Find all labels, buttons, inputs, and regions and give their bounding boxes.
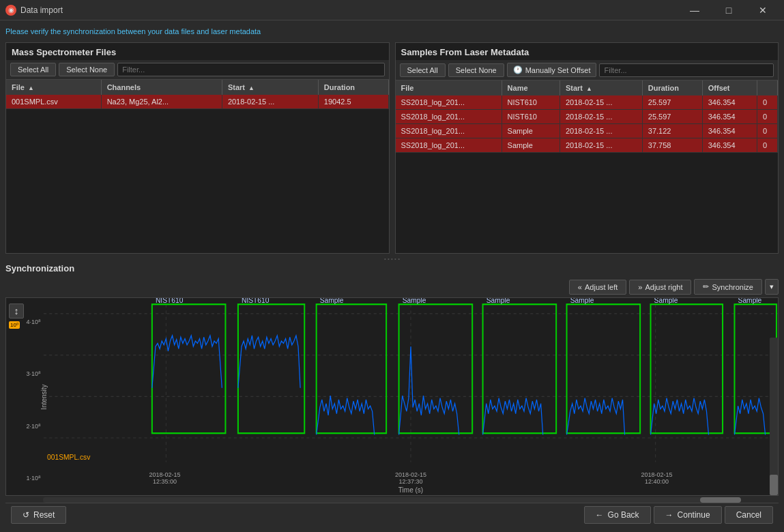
go-back-button[interactable]: ← Go Back [584,506,651,524]
cell-lm-val: 0 [757,124,778,138]
x-label-1: 2018-02-1512:35:00 [44,471,286,485]
laser-header-row: File Name Start ▲ Duration Offset [396,80,778,95]
col-lm-offset[interactable]: Offset [702,80,757,95]
cell-lm-offset: 346.354 [702,138,757,153]
continue-icon: → [665,510,673,520]
cell-lm-file: SS2018_log_201... [396,138,502,153]
sync-section: Synchronization « Adjust left » Adjust r… [5,261,779,503]
svg-text:Sample: Sample [403,298,426,304]
h-scrollbar-thumb[interactable] [700,497,741,503]
sync-icon: ✏ [703,282,709,291]
adjust-left-button[interactable]: « Adjust left [569,280,626,295]
go-back-label: Go Back [608,510,639,520]
app-body: Please verify the synchronization betwee… [0,20,784,532]
adjust-right-button[interactable]: » Adjust right [629,280,691,295]
sync-title: Synchronization [5,261,779,276]
svg-text:NIST610: NIST610 [156,298,183,304]
mass-spec-table-container: File ▲ Channels Start ▲ Duration 001SMPL… [6,80,389,253]
cell-lm-offset: 346.354 [702,124,757,138]
y-tick-2: 3·10⁸ [26,370,41,377]
scale-label: 10⁰ [9,321,20,329]
continue-label: Continue [678,510,710,520]
manually-set-offset-button[interactable]: 🕐 Manually Set Offset [507,63,597,77]
cell-lm-file: SS2018_log_201... [396,95,502,110]
col-lm-start[interactable]: Start ▲ [560,80,642,95]
continue-button[interactable]: → Continue [654,506,722,524]
sort-icon: ▲ [28,85,34,91]
cell-duration: 19042.5 [318,95,388,109]
svg-text:Sample: Sample [738,298,762,304]
info-text: Please verify the synchronization betwee… [5,27,261,35]
svg-rect-9 [238,304,304,433]
window-title: Data import [20,5,675,15]
clock-icon: 🕐 [513,65,523,74]
laser-select-none-button[interactable]: Select None [448,63,504,77]
mass-spec-select-all-button[interactable]: Select All [10,63,56,76]
col-lm-val[interactable] [757,80,778,95]
cell-lm-file: SS2018_log_201... [396,124,502,138]
bottom-left: ↺ Reset [11,506,66,524]
reset-label: Reset [33,510,55,520]
table-row[interactable]: SS2018_log_201... Sample 2018-02-15 ... … [396,124,778,138]
laser-metadata-table-container[interactable]: File Name Start ▲ Duration Offset SS2018… [396,80,779,253]
laser-metadata-toolbar: Select All Select None 🕐 Manually Set Of… [396,60,779,80]
table-row[interactable]: SS2018_log_201... NIST610 2018-02-15 ...… [396,110,778,124]
y-tick-3: 2·10⁸ [26,423,41,430]
v-scrollbar[interactable] [770,338,778,495]
col-channels[interactable]: Channels [101,80,222,95]
reset-icon: ↺ [23,510,29,520]
maximize-button[interactable]: □ [713,0,744,20]
close-button[interactable]: ✕ [747,0,779,20]
col-file[interactable]: File ▲ [6,80,101,95]
cell-lm-duration: 25.597 [642,95,702,110]
col-duration[interactable]: Duration [318,80,388,95]
reset-button[interactable]: ↺ Reset [11,506,66,524]
chart-area: ↕ 10⁰ 4·10⁸ 3·10⁸ 2·10⁸ 1·10⁸ Intensity [5,297,779,496]
cancel-label: Cancel [736,510,761,520]
manually-set-offset-label: Manually Set Offset [525,66,591,74]
sort-icon: ▲ [248,85,255,91]
sort-icon: ▲ [586,85,592,92]
cell-lm-val: 0 [757,110,778,124]
chart-svg: NIST610 NIST610 Sample Sample Sample [44,298,778,470]
sync-dropdown-button[interactable]: ▾ [765,279,779,295]
table-row[interactable]: SS2018_log_201... NIST610 2018-02-15 ...… [396,95,778,110]
table-row[interactable]: 001SMPL.csv Na23, Mg25, Al2... 2018-02-1… [6,95,388,109]
go-back-icon: ← [596,510,604,520]
mass-spec-select-none-button[interactable]: Select None [59,63,115,76]
laser-select-all-button[interactable]: Select All [400,63,446,77]
mass-spec-panel: Mass Spectrometer Files Select All Selec… [5,42,390,254]
col-lm-name[interactable]: Name [502,80,560,95]
h-scrollbar[interactable] [43,497,741,503]
cell-lm-offset: 346.354 [702,110,757,124]
col-lm-file[interactable]: File [396,80,502,95]
minimize-button[interactable]: — [679,0,710,20]
laser-metadata-title: Samples From Laser Metadata [396,43,779,60]
cancel-button[interactable]: Cancel [725,506,773,524]
mass-spec-filter-input[interactable] [117,63,384,76]
col-lm-duration[interactable]: Duration [642,80,702,95]
svg-rect-7 [152,304,226,433]
scrollbar-thumb[interactable] [770,475,778,495]
col-start[interactable]: Start ▲ [222,80,318,95]
synchronize-button[interactable]: ✏ Synchronize [694,279,762,295]
scale-up-button[interactable]: ↕ [9,304,24,319]
app-icon: ◉ [5,5,16,16]
y-tick-1: 4·10⁸ [26,319,41,325]
cell-lm-duration: 37.758 [642,138,702,153]
svg-rect-17 [567,304,641,433]
adjust-right-label: Adjust right [645,283,682,291]
cell-channels: Na23, Mg25, Al2... [101,95,222,109]
mass-spec-header-row: File ▲ Channels Start ▲ Duration [6,80,388,95]
h-scrollbar-container [5,496,779,503]
svg-text:NIST610: NIST610 [242,298,269,304]
cell-lm-val: 0 [757,138,778,153]
laser-metadata-table: File Name Start ▲ Duration Offset SS2018… [396,80,779,153]
sync-toolbar: « Adjust left » Adjust right ✏ Synchroni… [5,276,779,297]
table-row[interactable]: SS2018_log_201... Sample 2018-02-15 ... … [396,138,778,153]
window-controls: — □ ✕ [679,0,779,20]
laser-filter-input[interactable] [599,63,774,77]
x-label-2: 2018-02-1512:37:30 [289,471,532,485]
x-axis-title: Time (s) [44,485,778,495]
mass-spec-toolbar: Select All Select None [6,60,389,80]
